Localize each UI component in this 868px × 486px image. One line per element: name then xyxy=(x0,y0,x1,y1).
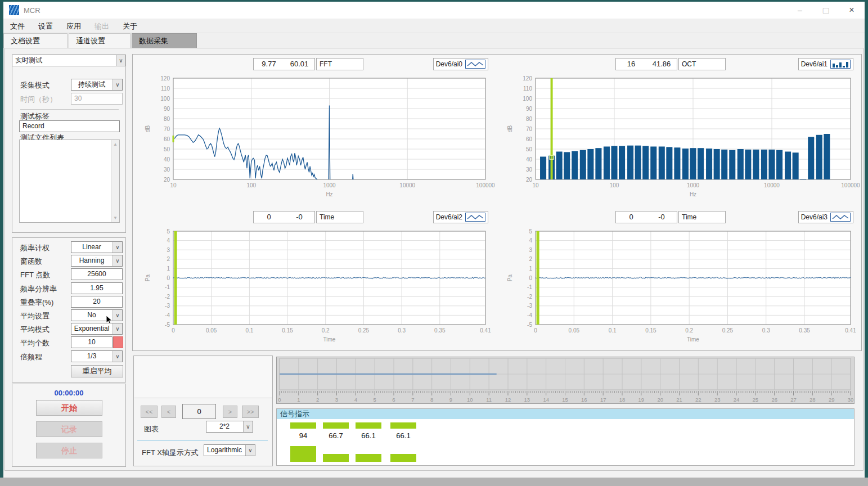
warning-flag xyxy=(113,336,123,348)
maximize-button[interactable]: ▢ xyxy=(813,2,839,19)
chart-plot[interactable]: -5-4-3-2-101234500.050.10.150.20.250.30.… xyxy=(135,226,495,349)
svg-text:-4: -4 xyxy=(165,312,170,318)
menu-item[interactable]: 应用 xyxy=(60,19,88,34)
param-label: 倍频程 xyxy=(20,352,42,362)
svg-text:3: 3 xyxy=(529,247,532,253)
test-file-list[interactable]: ▲ ▼ xyxy=(19,140,120,223)
scroll-down-icon[interactable]: ▼ xyxy=(111,214,119,222)
scrollbar[interactable]: ▲ ▼ xyxy=(111,140,119,222)
channel-box[interactable]: Dev6/ai3 xyxy=(798,211,853,223)
svg-text:0.41: 0.41 xyxy=(480,327,491,334)
tab-3[interactable]: 数据采集 xyxy=(132,33,197,48)
nav-index-field[interactable]: 0 xyxy=(182,404,216,419)
svg-text:90: 90 xyxy=(526,106,533,112)
svg-text:0.3: 0.3 xyxy=(398,327,406,334)
svg-text:70: 70 xyxy=(526,126,533,132)
param-select[interactable]: Hanning∨ xyxy=(71,255,123,267)
measure-mode-value: 实时测试 xyxy=(12,55,115,66)
chart-panel-top-right: 1641.86OCTDev6/ai12030405060708090100110… xyxy=(497,57,860,208)
channel-box[interactable]: Dev6/ai1 xyxy=(798,58,853,70)
minimize-button[interactable]: – xyxy=(787,2,813,19)
chevron-down-icon[interactable]: ∨ xyxy=(113,242,122,253)
chart-plot[interactable]: 2030405060708090100110120101001000100001… xyxy=(135,73,495,208)
chevron-down-icon[interactable]: ∨ xyxy=(243,421,253,432)
nav-last-button[interactable]: >> xyxy=(242,406,259,418)
param-select[interactable]: 1/3∨ xyxy=(71,350,123,362)
signal-level-bar xyxy=(390,422,416,429)
channel-box[interactable]: Dev6/ai2 xyxy=(433,211,488,223)
param-label: 重叠率(%) xyxy=(20,298,53,308)
line-chart-icon xyxy=(465,213,485,222)
svg-text:60: 60 xyxy=(526,136,533,142)
svg-text:-5: -5 xyxy=(527,322,532,328)
chevron-down-icon[interactable]: ∨ xyxy=(245,445,255,456)
svg-text:10000: 10000 xyxy=(764,182,780,188)
svg-text:Hz: Hz xyxy=(690,191,696,197)
nav-first-button[interactable]: << xyxy=(141,406,158,418)
time-seconds-label: 时间（秒） xyxy=(20,94,57,105)
svg-text:0.15: 0.15 xyxy=(282,327,293,334)
acq-mode-select[interactable]: 持续测试 ∨ xyxy=(71,79,123,91)
tab-1[interactable]: 文档设置 xyxy=(3,33,68,48)
svg-text:10: 10 xyxy=(467,397,473,403)
svg-text:1: 1 xyxy=(529,266,532,272)
param-label: 平均个数 xyxy=(20,338,50,348)
chart-plot[interactable]: 2030405060708090100110120101001000100001… xyxy=(497,73,860,208)
param-select[interactable]: Exponential∨ xyxy=(71,323,123,335)
param-input[interactable]: 20 xyxy=(71,296,123,308)
chevron-down-icon[interactable]: ∨ xyxy=(113,310,122,321)
svg-text:13: 13 xyxy=(524,397,530,403)
scroll-up-icon[interactable]: ▲ xyxy=(111,140,119,148)
channel-box[interactable]: Dev6/ai0 xyxy=(433,58,488,70)
menu-item[interactable]: 设置 xyxy=(32,19,60,34)
param-input[interactable]: 10 xyxy=(71,336,113,348)
nav-next-button[interactable]: > xyxy=(223,406,237,418)
chart-layout-label: 图表 xyxy=(144,424,159,434)
svg-text:0.05: 0.05 xyxy=(206,327,217,334)
svg-text:0.15: 0.15 xyxy=(645,327,656,334)
nav-prev-button[interactable]: < xyxy=(161,406,176,418)
param-input[interactable]: 1.95 xyxy=(71,282,123,294)
svg-text:40: 40 xyxy=(164,156,170,163)
svg-text:0.05: 0.05 xyxy=(569,327,580,334)
chevron-down-icon[interactable]: ∨ xyxy=(113,323,122,334)
svg-text:2: 2 xyxy=(167,256,170,262)
run-control-group: 00:00:00 开始记录停止 xyxy=(12,384,126,467)
signal-indicator-panel: 信号指示 9466.766.166.1 xyxy=(276,408,854,466)
svg-text:10: 10 xyxy=(170,182,177,188)
svg-text:40: 40 xyxy=(526,156,533,163)
chevron-down-icon[interactable]: ∨ xyxy=(113,351,122,362)
param-select[interactable]: Linear∨ xyxy=(71,241,123,253)
menu-item[interactable]: 关于 xyxy=(116,19,144,34)
param-input[interactable]: 25600 xyxy=(71,268,123,280)
svg-text:15: 15 xyxy=(562,397,568,403)
svg-text:5: 5 xyxy=(529,228,532,235)
test-label-input[interactable]: Record xyxy=(19,120,120,132)
chevron-down-icon[interactable]: ∨ xyxy=(116,55,125,66)
title-bar: MCR – ▢ × xyxy=(3,2,865,19)
svg-text:100000: 100000 xyxy=(476,182,495,188)
tab-2[interactable]: 通道设置 xyxy=(69,33,131,48)
menu-item[interactable]: 文件 xyxy=(3,19,32,34)
record-timeline[interactable]: 0123456789101112131415161718192021222324… xyxy=(276,357,854,404)
tab-bar: 文档设置通道设置数据采集 xyxy=(3,33,865,48)
restart-average-button[interactable]: 重启平均 xyxy=(71,365,123,377)
svg-text:90: 90 xyxy=(164,106,170,112)
record-button[interactable]: 记录 xyxy=(36,421,102,437)
window-bottom-edge xyxy=(0,478,868,486)
chevron-down-icon[interactable]: ∨ xyxy=(113,255,122,266)
start-button[interactable]: 开始 xyxy=(36,400,102,416)
signal-level-bar xyxy=(356,422,381,429)
svg-text:20: 20 xyxy=(657,397,663,403)
stop-button[interactable]: 停止 xyxy=(36,443,102,458)
chart-layout-select[interactable]: 2*2 ∨ xyxy=(206,421,253,433)
cursor-readout-box: 9.7760.01 xyxy=(253,58,315,70)
close-button[interactable]: × xyxy=(839,2,865,19)
svg-text:100000: 100000 xyxy=(841,182,860,188)
fft-xaxis-select[interactable]: Logarithmic ∨ xyxy=(204,444,255,456)
time-seconds-input[interactable]: 30 xyxy=(71,93,123,105)
param-select[interactable]: No∨ xyxy=(71,309,123,321)
chevron-down-icon[interactable]: ∨ xyxy=(113,79,122,90)
chart-plot[interactable]: -5-4-3-2-101234500.050.10.150.20.250.30.… xyxy=(497,226,860,349)
measure-mode-select[interactable]: 实时测试 ∨ xyxy=(12,55,126,66)
